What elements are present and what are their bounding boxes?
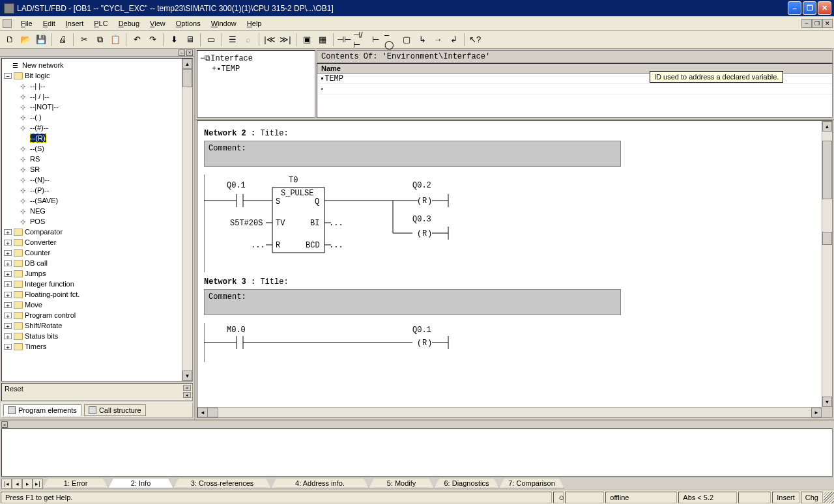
tool-c-icon[interactable]: ⌕ — [241, 33, 255, 47]
tree-expand-icon[interactable]: + — [4, 271, 12, 277]
menu-file[interactable]: File — [16, 18, 38, 29]
network-comment[interactable]: Comment: — [204, 141, 621, 167]
tree-group[interactable]: Status bits — [25, 332, 58, 340]
download-icon[interactable]: ⬇ — [167, 33, 181, 47]
tree-group[interactable]: Integer function — [25, 280, 74, 288]
context-help-icon[interactable]: ↖? — [468, 33, 482, 47]
editor-vscrollbar[interactable]: ▲ ▼ — [822, 121, 832, 407]
ladder-diagram[interactable]: M0.0Q0.1(R) — [204, 323, 815, 362]
resize-grip-icon[interactable] — [824, 492, 834, 503]
tree-group[interactable]: Comparator — [25, 228, 63, 236]
tool-a-icon[interactable]: ▭ — [204, 33, 218, 47]
tree-item[interactable]: RS — [30, 155, 40, 163]
open-icon[interactable]: 📂 — [18, 33, 33, 47]
save-icon[interactable]: 💾 — [34, 33, 48, 47]
maximize-button[interactable]: ❐ — [803, 1, 816, 15]
mdi-restore-button[interactable]: ❐ — [812, 19, 822, 28]
scroll-left-icon[interactable]: ◀ — [197, 408, 208, 417]
instruction-tree[interactable]: ☰New network−Bit logic⊹--| |--⊹--| / |--… — [1, 58, 193, 382]
menu-debug[interactable]: Debug — [113, 18, 145, 29]
tool-b-icon[interactable]: ☰ — [225, 33, 240, 47]
tree-expand-icon[interactable]: + — [4, 302, 12, 308]
tree-item[interactable]: --(SAVE) — [30, 197, 58, 204]
scroll-thumb[interactable] — [182, 69, 192, 87]
tree-group[interactable]: Floating-point fct. — [25, 290, 79, 298]
close-panel-icon[interactable]: × — [186, 49, 193, 56]
tree-item[interactable]: --| |-- — [30, 82, 45, 90]
tree-bit-logic[interactable]: Bit logic — [25, 72, 50, 79]
tree-group[interactable]: Move — [25, 301, 42, 309]
ladder-diagram[interactable]: Q0.1T0S_PULSESQTVBIRBCDS5T#20S.........Q… — [204, 175, 815, 272]
insert-contact-no-icon[interactable]: ⊣⊢ — [337, 33, 351, 47]
output-tab[interactable]: 2: Info — [108, 479, 173, 488]
branch-open-icon[interactable]: ↳ — [415, 33, 429, 47]
monitor-icon[interactable]: 🖥 — [182, 33, 197, 47]
tree-expand-icon[interactable]: + — [4, 240, 12, 245]
output-tab[interactable]: 7: Comparison — [499, 479, 564, 488]
output-body[interactable] — [1, 428, 833, 477]
scroll-right-icon[interactable]: ▶ — [811, 408, 822, 417]
tree-item[interactable]: --| / |-- — [30, 92, 50, 100]
interface-row-empty[interactable]: ▫ — [317, 84, 832, 94]
tree-group[interactable]: Timers — [25, 343, 46, 350]
view-b-icon[interactable]: ▦ — [315, 33, 330, 47]
tree-expand-icon[interactable]: + — [4, 281, 12, 287]
scroll-down-icon[interactable]: ▼ — [822, 397, 832, 407]
scroll-thumb[interactable] — [208, 408, 218, 417]
tree-item[interactable]: --(#)-- — [30, 124, 48, 132]
network-editor[interactable]: Network 2 : Title:Comment:Q0.1T0S_PULSES… — [197, 120, 833, 418]
insert-box-icon[interactable]: ▢ — [399, 33, 414, 47]
minimize-button[interactable]: – — [788, 1, 801, 15]
tree-item[interactable]: --(N)-- — [30, 176, 50, 184]
mdi-close-button[interactable]: ✕ — [822, 19, 833, 28]
tree-group[interactable]: DB call — [25, 259, 48, 267]
conn-icon[interactable]: ↲ — [446, 33, 461, 47]
network-title-suffix[interactable]: Title: — [255, 277, 288, 287]
output-tab[interactable]: 3: Cross-references — [173, 479, 271, 488]
tree-item[interactable]: --|NOT|-- — [30, 103, 59, 111]
output-tab[interactable]: 1: Error — [43, 479, 108, 488]
tree-item[interactable]: --(S) — [30, 145, 44, 152]
tab-call-structure[interactable]: Call structure — [84, 404, 146, 416]
pin-panel-icon[interactable]: – — [179, 49, 185, 56]
tree-expand-icon[interactable]: + — [4, 333, 12, 339]
tree-expand-icon[interactable]: + — [4, 260, 12, 266]
tree-expand-icon[interactable]: + — [4, 250, 12, 256]
tree-expand-icon[interactable]: + — [4, 344, 12, 350]
tree-expand-icon[interactable]: + — [4, 323, 12, 329]
goto-end-icon[interactable]: ≫| — [278, 33, 293, 47]
tree-group[interactable]: Counter — [25, 249, 50, 257]
network-comment[interactable]: Comment: — [204, 289, 621, 315]
scroll-up-icon[interactable]: ▲ — [182, 59, 192, 69]
tree-item[interactable]: --( ) — [30, 113, 42, 121]
undo-icon[interactable]: ↶ — [130, 33, 144, 47]
close-button[interactable]: ✕ — [818, 1, 831, 15]
scroll-thumb[interactable] — [822, 141, 832, 199]
tree-new-network[interactable]: New network — [22, 61, 64, 69]
tabs-next-icon[interactable]: ▸ — [22, 479, 33, 489]
menu-options[interactable]: Options — [171, 18, 206, 29]
tree-expand-icon[interactable]: + — [212, 64, 216, 74]
panel-up-icon[interactable]: ≡ — [183, 385, 191, 391]
mdi-minimize-button[interactable]: – — [801, 19, 812, 28]
branch-close-icon[interactable]: → — [431, 33, 445, 47]
scroll-marker[interactable] — [822, 232, 832, 245]
tree-group[interactable]: Converter — [25, 238, 56, 246]
tree-expand-icon[interactable]: + — [4, 313, 12, 318]
insert-coil-icon[interactable]: –◯ — [384, 33, 398, 47]
tree-group[interactable]: Jumps — [25, 270, 46, 277]
tree-collapse-icon[interactable]: − — [4, 73, 12, 79]
scroll-down-icon[interactable]: ▼ — [182, 371, 192, 381]
tabs-last-icon[interactable]: ▸| — [33, 479, 43, 489]
paste-icon[interactable]: 📋 — [108, 33, 122, 47]
menu-plc[interactable]: PLC — [89, 18, 113, 29]
network-title-suffix[interactable]: Title: — [255, 129, 288, 138]
menu-view[interactable]: View — [145, 18, 171, 29]
tree-expand-icon[interactable]: + — [4, 292, 12, 298]
close-output-icon[interactable]: × — [1, 421, 8, 428]
tree-item[interactable]: POS — [30, 217, 45, 225]
tree-item[interactable]: --(P)-- — [30, 186, 49, 194]
insert-contact-nc-icon[interactable]: ⊣/⊢ — [352, 33, 367, 47]
tree-item[interactable]: SR — [30, 165, 40, 173]
panel-left-icon[interactable]: ◂ — [183, 392, 191, 398]
